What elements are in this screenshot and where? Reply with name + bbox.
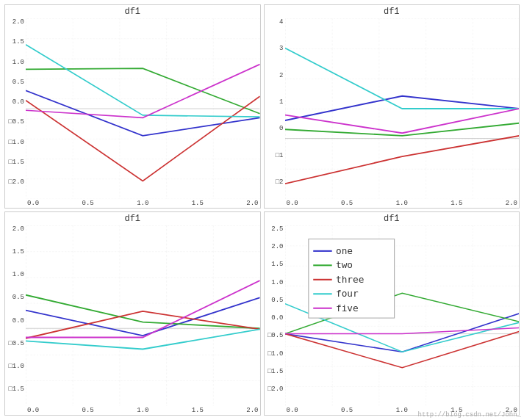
svg-text:two: two xyxy=(336,260,353,271)
chart-area-bottom-left xyxy=(26,225,260,406)
svg-text:four: four xyxy=(336,289,359,300)
x-axis-bottom-left: 0.0 0.5 1.0 1.5 2.0 xyxy=(5,406,260,415)
y-axis-bottom-right: 2.5 2.0 1.5 1.0 0.5 0.0 □0.5 □1.0 □1.5 □… xyxy=(265,225,285,406)
y-axis-top-left: 2.0 1.5 1.0 0.5 0.0 □0.5 □1.0 □1.5 □2.0 xyxy=(5,18,26,199)
chart-bottom-left-title: df1 xyxy=(5,212,260,225)
chart-bottom-right-title: df1 xyxy=(265,212,520,225)
x-axis-top-left: 0.0 0.5 1.0 1.5 2.0 xyxy=(5,199,260,208)
y-axis-top-right: 4 3 2 1 0 □1 □2 xyxy=(265,18,285,199)
chart-area-top-right xyxy=(285,18,520,199)
svg-text:five: five xyxy=(336,303,359,314)
watermark-text: http://blog.csdn.net/John_ xyxy=(418,411,521,419)
chart-top-left: df1 2.0 1.5 1.0 0.5 0.0 □0.5 □1.0 □1.5 □… xyxy=(4,4,261,209)
chart-area-top-left xyxy=(26,18,260,199)
chart-top-left-title: df1 xyxy=(5,5,260,18)
svg-text:three: three xyxy=(336,274,364,285)
x-axis-top-right: 0.0 0.5 1.0 1.5 2.0 xyxy=(265,199,520,208)
chart-top-right: df1 4 3 2 1 0 □1 □2 xyxy=(264,4,520,209)
svg-rect-4 xyxy=(26,225,260,406)
svg-text:one: one xyxy=(336,245,353,256)
main-container: df1 2.0 1.5 1.0 0.5 0.0 □0.5 □1.0 □1.5 □… xyxy=(0,0,524,420)
chart-top-right-title: df1 xyxy=(265,5,520,18)
chart-bottom-left: df1 2.0 1.5 1.0 0.5 0.0 □0.5 □1.0 □1.5 xyxy=(4,211,261,416)
chart-area-bottom-right: one two three four five xyxy=(285,225,520,406)
y-axis-bottom-left: 2.0 1.5 1.0 0.5 0.0 □0.5 □1.0 □1.5 xyxy=(5,225,26,406)
chart-bottom-right: df1 2.5 2.0 1.5 1.0 0.5 0.0 □0.5 □1.0 □1… xyxy=(264,211,520,416)
